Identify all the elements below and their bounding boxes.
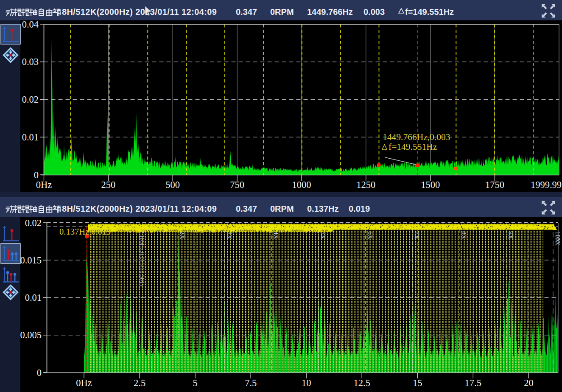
svg-text:0.019: 0.019 bbox=[349, 204, 370, 213]
svg-text:750: 750 bbox=[230, 179, 244, 190]
svg-text:0.04: 0.04 bbox=[22, 19, 39, 30]
svg-text:0.137Hz: 0.137Hz bbox=[307, 204, 339, 213]
svg-text:5: 5 bbox=[193, 378, 197, 388]
svg-text:0.02: 0.02 bbox=[25, 218, 42, 228]
svg-text:0: 0 bbox=[34, 170, 39, 180]
svg-text:8H/512K(2000Hz) 2023/01/11 12:: 8H/512K(2000Hz) 2023/01/11 12:04:09 bbox=[62, 204, 217, 213]
svg-text:0Hz: 0Hz bbox=[76, 378, 92, 388]
svg-text:7.5: 7.5 bbox=[245, 378, 257, 388]
svg-text:1449.766Hz: 1449.766Hz bbox=[307, 7, 353, 17]
svg-text:0.03: 0.03 bbox=[22, 56, 39, 67]
svg-text:f=149.551Hz: f=149.551Hz bbox=[405, 7, 454, 17]
svg-text:f=149.551Hz: f=149.551Hz bbox=[389, 142, 437, 152]
svg-text:0.02: 0.02 bbox=[22, 94, 39, 105]
svg-text:10: 10 bbox=[302, 378, 311, 388]
svg-text:0.01: 0.01 bbox=[25, 292, 42, 303]
svg-text:500: 500 bbox=[165, 179, 180, 190]
svg-text:)(XX)XXXXX0XXX8880008XXXX8X(X(: )(XX)XXXXX0XXX8880008XXXX8X(X(X0XX()X()X… bbox=[87, 227, 334, 233]
svg-text:0Hz: 0Hz bbox=[36, 179, 52, 190]
svg-text:7X: 7X bbox=[414, 231, 421, 239]
svg-text:1250: 1250 bbox=[356, 179, 375, 190]
svg-text:2.5: 2.5 bbox=[134, 378, 145, 388]
svg-text:0.347: 0.347 bbox=[236, 7, 257, 17]
svg-text:9X: 9X bbox=[507, 231, 514, 239]
svg-text:0.005: 0.005 bbox=[20, 330, 42, 340]
svg-text:1000: 1000 bbox=[292, 179, 311, 190]
svg-text:20: 20 bbox=[524, 378, 534, 388]
svg-text:250: 250 bbox=[101, 179, 116, 190]
svg-text:1999.99: 1999.99 bbox=[531, 179, 562, 190]
svg-text:1500: 1500 bbox=[421, 179, 440, 190]
svg-text:12.5: 12.5 bbox=[354, 378, 370, 388]
svg-text:15: 15 bbox=[413, 378, 422, 388]
svg-text:0.003: 0.003 bbox=[363, 7, 385, 17]
svg-text:6X: 6X bbox=[367, 231, 374, 239]
svg-text:8X: 8X bbox=[461, 231, 468, 239]
svg-text:1750: 1750 bbox=[485, 179, 504, 190]
svg-text:0.015: 0.015 bbox=[20, 255, 42, 266]
svg-text:0: 0 bbox=[37, 367, 42, 378]
svg-text:10X: 10X bbox=[554, 234, 562, 246]
svg-text:0.347: 0.347 bbox=[236, 204, 257, 213]
svg-text:17.5: 17.5 bbox=[465, 378, 481, 388]
svg-text:2.109Hz,0.015(10.501): 2.109Hz,0.015(10.501) bbox=[138, 230, 145, 286]
svg-text:0.137Hz,0.019: 0.137Hz,0.019 bbox=[59, 227, 111, 236]
svg-text:0RPM: 0RPM bbox=[270, 7, 294, 17]
svg-text:0.01: 0.01 bbox=[22, 132, 39, 143]
svg-text:0RPM: 0RPM bbox=[270, 204, 294, 213]
svg-text:8H/512K(2000Hz) 2023/01/11 12:: 8H/512K(2000Hz) 2023/01/11 12:04:09 bbox=[62, 7, 217, 17]
svg-text:1449.766Hz,0.003: 1449.766Hz,0.003 bbox=[383, 132, 450, 142]
